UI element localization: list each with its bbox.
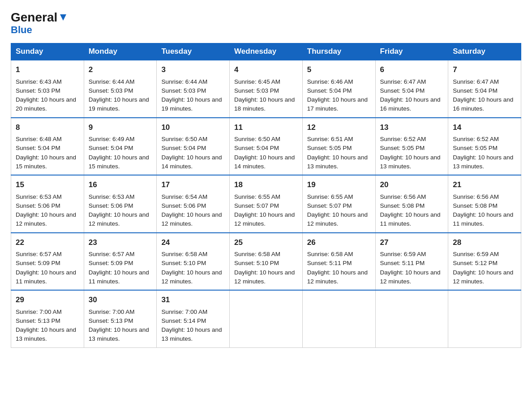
calendar-cell: 27Sunrise: 6:59 AMSunset: 5:11 PMDayligh…	[375, 233, 448, 291]
sunrise-info: Sunrise: 7:00 AM	[16, 308, 62, 315]
calendar-cell: 2Sunrise: 6:44 AMSunset: 5:03 PMDaylight…	[84, 60, 157, 118]
logo-blue: Blue	[11, 24, 32, 35]
sunset-info: Sunset: 5:04 PM	[380, 87, 425, 94]
sunset-info: Sunset: 5:12 PM	[453, 260, 498, 266]
sunrise-info: Sunrise: 6:45 AM	[234, 78, 280, 85]
day-number: 20	[380, 179, 444, 191]
day-number: 13	[380, 122, 444, 133]
sunrise-info: Sunrise: 6:54 AM	[161, 193, 207, 200]
day-number: 22	[16, 237, 79, 248]
sunrise-info: Sunrise: 6:53 AM	[89, 193, 135, 200]
day-header-sunday: Sunday	[11, 43, 84, 60]
daylight-info: Daylight: 10 hours and 12 minutes.	[161, 211, 222, 227]
week-row-2: 8Sunrise: 6:48 AMSunset: 5:04 PMDaylight…	[11, 118, 521, 176]
week-row-4: 22Sunrise: 6:57 AMSunset: 5:09 PMDayligh…	[11, 233, 521, 291]
sunset-info: Sunset: 5:05 PM	[453, 145, 498, 151]
day-number: 18	[234, 179, 298, 191]
calendar-cell: 16Sunrise: 6:53 AMSunset: 5:06 PMDayligh…	[84, 175, 157, 233]
daylight-info: Daylight: 10 hours and 13 minutes.	[453, 154, 513, 170]
day-number: 17	[161, 179, 225, 191]
sunset-info: Sunset: 5:09 PM	[89, 260, 133, 266]
calendar-cell: 20Sunrise: 6:56 AMSunset: 5:08 PMDayligh…	[375, 175, 448, 233]
day-number: 23	[89, 237, 152, 248]
sunset-info: Sunset: 5:07 PM	[234, 202, 279, 209]
sunrise-info: Sunrise: 6:44 AM	[89, 78, 135, 85]
calendar-cell: 8Sunrise: 6:48 AMSunset: 5:04 PMDaylight…	[11, 118, 84, 176]
sunset-info: Sunset: 5:04 PM	[453, 87, 498, 94]
daylight-info: Daylight: 10 hours and 13 minutes.	[380, 154, 441, 170]
sunrise-info: Sunrise: 6:52 AM	[453, 136, 499, 142]
calendar-cell: 23Sunrise: 6:57 AMSunset: 5:09 PMDayligh…	[84, 233, 157, 291]
daylight-info: Daylight: 10 hours and 13 minutes.	[16, 326, 76, 342]
day-number: 5	[307, 64, 371, 76]
day-header-saturday: Saturday	[448, 43, 521, 60]
daylight-info: Daylight: 10 hours and 12 minutes.	[307, 211, 368, 227]
daylight-info: Daylight: 10 hours and 20 minutes.	[16, 96, 76, 112]
sunrise-info: Sunrise: 7:00 AM	[161, 308, 207, 315]
sunset-info: Sunset: 5:11 PM	[380, 260, 425, 266]
calendar-cell: 4Sunrise: 6:45 AMSunset: 5:03 PMDaylight…	[230, 60, 303, 118]
sunrise-info: Sunrise: 6:44 AM	[161, 78, 207, 85]
sunset-info: Sunset: 5:09 PM	[16, 260, 60, 266]
daylight-info: Daylight: 10 hours and 11 minutes.	[89, 269, 149, 285]
calendar-cell: 1Sunrise: 6:43 AMSunset: 5:03 PMDaylight…	[11, 60, 84, 118]
daylight-info: Daylight: 10 hours and 12 minutes.	[453, 269, 513, 285]
week-row-5: 29Sunrise: 7:00 AMSunset: 5:13 PMDayligh…	[11, 290, 521, 347]
calendar-cell: 29Sunrise: 7:00 AMSunset: 5:13 PMDayligh…	[11, 290, 84, 347]
day-number: 27	[380, 237, 444, 248]
sunrise-info: Sunrise: 6:53 AM	[16, 193, 62, 200]
day-number: 16	[89, 179, 152, 191]
day-number: 11	[234, 122, 298, 133]
day-number: 24	[161, 237, 225, 248]
sunset-info: Sunset: 5:05 PM	[307, 145, 352, 151]
sunrise-info: Sunrise: 6:51 AM	[307, 136, 353, 142]
calendar-cell: 3Sunrise: 6:44 AMSunset: 5:03 PMDaylight…	[157, 60, 230, 118]
calendar-cell: 18Sunrise: 6:55 AMSunset: 5:07 PMDayligh…	[230, 175, 303, 233]
day-number: 6	[380, 64, 444, 76]
calendar-cell: 19Sunrise: 6:55 AMSunset: 5:07 PMDayligh…	[302, 175, 375, 233]
page-header: General Blue	[11, 11, 521, 36]
daylight-info: Daylight: 10 hours and 13 minutes.	[161, 326, 222, 342]
sunset-info: Sunset: 5:06 PM	[161, 202, 206, 209]
day-number: 29	[16, 294, 79, 306]
sunset-info: Sunset: 5:11 PM	[307, 260, 352, 266]
sunset-info: Sunset: 5:03 PM	[16, 87, 60, 94]
daylight-info: Daylight: 10 hours and 16 minutes.	[380, 96, 441, 112]
daylight-info: Daylight: 10 hours and 12 minutes.	[234, 211, 295, 227]
calendar-cell: 10Sunrise: 6:50 AMSunset: 5:04 PMDayligh…	[157, 118, 230, 176]
week-row-3: 15Sunrise: 6:53 AMSunset: 5:06 PMDayligh…	[11, 175, 521, 233]
calendar-cell	[302, 290, 375, 347]
daylight-info: Daylight: 10 hours and 12 minutes.	[234, 269, 295, 285]
sunset-info: Sunset: 5:04 PM	[307, 87, 352, 94]
calendar-cell: 24Sunrise: 6:58 AMSunset: 5:10 PMDayligh…	[157, 233, 230, 291]
sunset-info: Sunset: 5:03 PM	[89, 87, 133, 94]
daylight-info: Daylight: 10 hours and 16 minutes.	[453, 96, 513, 112]
sunset-info: Sunset: 5:06 PM	[16, 202, 60, 209]
sunrise-info: Sunrise: 6:56 AM	[453, 193, 499, 200]
day-number: 30	[89, 294, 152, 306]
calendar-cell: 7Sunrise: 6:47 AMSunset: 5:04 PMDaylight…	[448, 60, 521, 118]
sunset-info: Sunset: 5:03 PM	[161, 87, 206, 94]
sunset-info: Sunset: 5:05 PM	[380, 145, 425, 151]
sunrise-info: Sunrise: 6:57 AM	[16, 251, 62, 257]
day-number: 19	[307, 179, 371, 191]
calendar-cell: 26Sunrise: 6:58 AMSunset: 5:11 PMDayligh…	[302, 233, 375, 291]
daylight-info: Daylight: 10 hours and 11 minutes.	[453, 211, 513, 227]
logo-arrow-icon	[58, 13, 68, 22]
sunset-info: Sunset: 5:08 PM	[453, 202, 498, 209]
daylight-info: Daylight: 10 hours and 12 minutes.	[161, 269, 222, 285]
calendar-cell: 30Sunrise: 7:00 AMSunset: 5:13 PMDayligh…	[84, 290, 157, 347]
sunrise-info: Sunrise: 6:43 AM	[16, 78, 62, 85]
sunrise-info: Sunrise: 7:00 AM	[89, 308, 135, 315]
sunset-info: Sunset: 5:07 PM	[307, 202, 352, 209]
daylight-info: Daylight: 10 hours and 19 minutes.	[89, 96, 149, 112]
calendar-cell: 13Sunrise: 6:52 AMSunset: 5:05 PMDayligh…	[375, 118, 448, 176]
day-header-thursday: Thursday	[302, 43, 375, 60]
logo-general: General	[11, 11, 57, 24]
daylight-info: Daylight: 10 hours and 12 minutes.	[16, 211, 76, 227]
calendar-cell: 25Sunrise: 6:58 AMSunset: 5:10 PMDayligh…	[230, 233, 303, 291]
daylight-info: Daylight: 10 hours and 18 minutes.	[234, 96, 295, 112]
sunset-info: Sunset: 5:10 PM	[161, 260, 206, 266]
sunrise-info: Sunrise: 6:58 AM	[161, 251, 207, 257]
sunset-info: Sunset: 5:08 PM	[380, 202, 425, 209]
